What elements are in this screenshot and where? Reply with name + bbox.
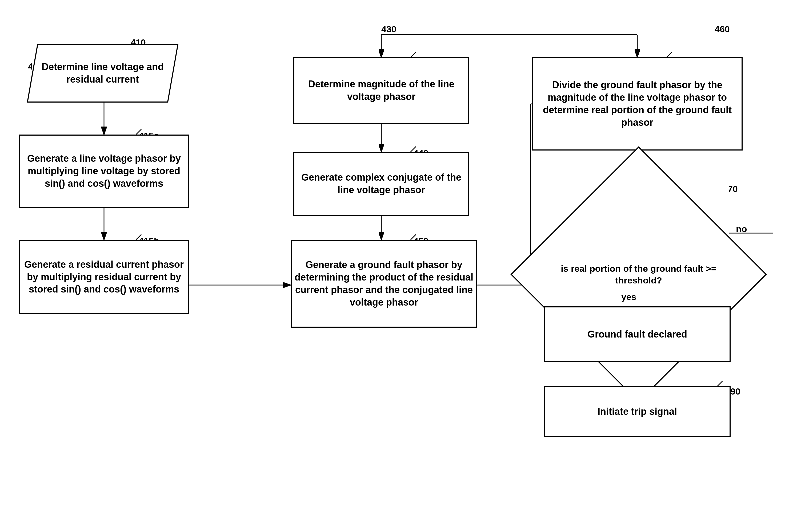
box-415b: Generate a residual current phasor by mu… bbox=[19, 240, 189, 315]
label-460: 460 bbox=[714, 24, 730, 34]
box-430: Determine magnitude of the line voltage … bbox=[293, 57, 469, 124]
svg-line-18 bbox=[667, 52, 672, 57]
box-460: Divide the ground fault phasor by the ma… bbox=[532, 57, 743, 151]
flowchart-diagram: 400 410 Determine line voltage and resid… bbox=[0, 0, 797, 532]
label-430: 430 bbox=[381, 24, 397, 34]
box-410: Determine line voltage and residual curr… bbox=[32, 44, 173, 102]
box-440: Generate complex conjugate of the line v… bbox=[293, 152, 469, 216]
box-415a: Generate a line voltage phasor by multip… bbox=[19, 135, 189, 208]
box-480: Ground fault declared bbox=[544, 306, 730, 362]
svg-line-15 bbox=[411, 52, 416, 57]
box-490: Initiate trip signal bbox=[544, 386, 730, 437]
svg-line-19 bbox=[717, 381, 723, 386]
box-450: Generate a ground fault phasor by determ… bbox=[291, 240, 477, 328]
label-no: no bbox=[736, 224, 747, 234]
